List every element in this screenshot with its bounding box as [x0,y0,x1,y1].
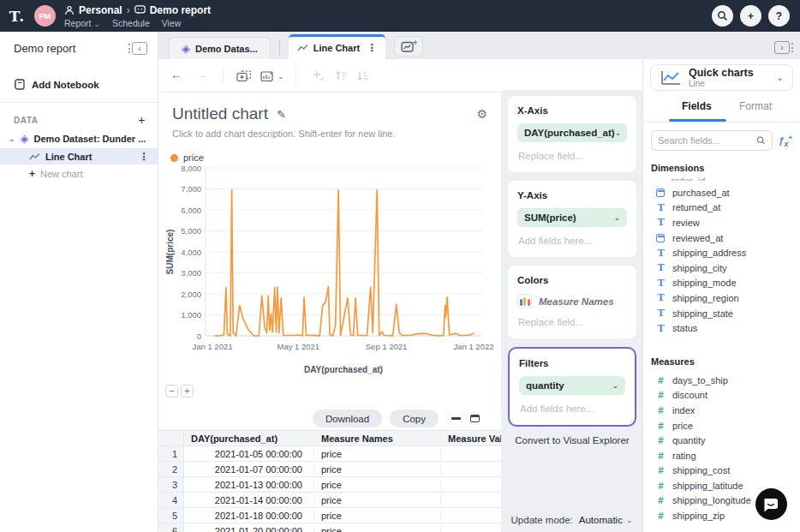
zoom-out-button[interactable]: − [165,385,178,398]
expand-results-icon[interactable] [470,415,480,422]
sort-descending-icon[interactable] [356,70,369,81]
chevron-down-icon[interactable]: ⌄ [278,72,284,81]
copy-button[interactable]: Copy [390,409,439,427]
svg-text:4,000: 4,000 [181,248,201,257]
remove-chart-icon[interactable]: × [260,70,274,82]
chevron-down-icon[interactable]: ⌄ [9,134,15,143]
table-row[interactable]: 42021-01-14 00:00:00price [158,493,501,508]
sidebar-item-new-chart[interactable]: + New chart [0,165,158,182]
breadcrumb-report[interactable]: Demo report [150,4,211,16]
dimension-item[interactable]: Treturned_at [643,200,800,216]
sidebar-dataset-item[interactable]: ⌄ ◈ Demo Dataset: Dunder ... [9,130,151,146]
x-axis-field-pill[interactable]: DAY(purchased_at) ⌄ [517,123,627,142]
colors-field-row[interactable]: Measure Names [517,294,627,308]
minimize-results-icon[interactable] [451,417,461,420]
search-button[interactable] [712,5,733,27]
breadcrumb-workspace[interactable]: Personal [79,4,122,16]
zoom-in-button[interactable]: + [181,385,194,398]
menu-schedule[interactable]: Schedule [112,18,150,28]
x-axis-field: DAY(purchased_at) [524,128,615,138]
add-notebook-button[interactable]: Add Notebook [14,79,144,90]
chart-title[interactable]: Untitled chart [172,105,268,123]
dimension-item[interactable]: purchased_at [643,185,800,200]
table-row[interactable]: 52021-01-18 00:00:00price [158,508,501,523]
filters-placeholder[interactable]: Add fields here... [520,403,625,414]
y-axis-placeholder[interactable]: Add fields here... [518,236,627,246]
measure-item[interactable]: #shipping_cost [643,463,800,479]
chart-description-placeholder[interactable]: Click to add chart description. Shift-en… [172,129,487,139]
dimension-item[interactable]: Tshipping_mode [643,276,800,291]
column-header[interactable]: Measure Names [314,433,441,444]
help-button[interactable]: ? [768,5,790,27]
swap-axis-icon[interactable] [313,70,325,81]
cell-day: 2021-01-07 00:00:00 [184,464,314,475]
chart-settings-icon[interactable]: ⚙ [476,107,487,121]
search-fields-box[interactable] [651,130,773,151]
add-button[interactable]: + [740,5,761,27]
dimension-item[interactable]: Tshipping_region [643,290,800,306]
report-sidebar: Demo report ‹ Add Notebook DATA + ⌄ ◈ De… [0,32,158,532]
line-chart-svg[interactable]: 01,0002,0003,0004,0005,0006,0007,0008,00… [162,163,501,380]
menu-report[interactable]: Report ⌄ [64,18,100,28]
convert-visual-explorer-button[interactable]: Convert to Visual Explorer [508,435,636,445]
item-kebab-icon[interactable]: ⋮ [139,151,149,163]
chat-icon [763,497,779,512]
tab-line-chart[interactable]: Line Chart ⋮ [289,34,385,59]
table-row[interactable]: 22021-01-07 00:00:00price [158,462,501,477]
dimension-item[interactable]: Tshipping_city [643,260,800,276]
update-mode-select[interactable]: Automatic ⌄ [579,515,633,525]
add-to-dashboard-icon[interactable] [236,70,252,82]
row-index: 4 [158,493,184,507]
quick-charts-selector[interactable]: Quick charts Line ⌄ [650,64,793,91]
edit-title-icon[interactable]: ✎ [277,108,286,121]
tab-format[interactable]: Format [739,100,772,112]
measure-item[interactable]: #index [643,403,800,418]
search-fields-input[interactable] [658,135,756,146]
undo-button[interactable]: ← [170,69,182,81]
svg-text:Jan 1 2022: Jan 1 2022 [453,342,493,351]
table-row[interactable]: 32021-01-13 00:00:00price [158,477,501,493]
plus-icon: + [748,10,754,22]
add-formula-icon[interactable]: ƒx+ [779,134,792,148]
dimension-item[interactable]: Tshipping_address [643,245,800,260]
tab-strip: ◈ Demo Datas... Line Chart ⋮ + › [158,32,800,59]
download-button[interactable]: Download [313,409,382,427]
app-logo[interactable]: T. [0,8,34,25]
measure-item[interactable]: #quantity [643,433,800,448]
y-axis-field-pill[interactable]: SUM(price) ⌄ [517,208,627,227]
svg-text:3,000: 3,000 [181,268,201,278]
measure-item[interactable]: #discount [643,388,800,403]
dimension-item[interactable]: Treview [643,215,800,230]
colors-field: Measure Names [539,296,614,307]
menu-view[interactable]: View [162,18,182,28]
column-header[interactable]: Measure Valu [441,433,501,444]
table-row[interactable]: 62021-01-20 00:00:00price [158,523,501,532]
tab-kebab-icon[interactable]: ⋮ [367,42,377,54]
chart-legend[interactable]: price [170,152,501,163]
x-axis-placeholder[interactable]: Replace field... [518,151,627,161]
column-header[interactable]: DAY(purchased_at) [184,433,314,444]
collapse-sidebar-button[interactable]: ‹ [132,42,147,55]
chat-widget-button[interactable] [755,488,787,520]
measure-item[interactable]: #price [643,418,800,433]
redo-button[interactable]: → [196,69,207,81]
new-chart-tab-button[interactable]: + [394,36,423,57]
dimension-item[interactable]: Tshipping_state [643,306,800,321]
expand-panel-button[interactable]: › [774,41,790,54]
colors-placeholder[interactable]: Replace field... [518,317,627,327]
sidebar-item-line-chart[interactable]: Line Chart ⋮ [0,148,158,164]
avatar[interactable]: PM [34,5,56,27]
sort-ascending-icon[interactable] [335,70,348,81]
add-data-button[interactable]: + [138,113,146,127]
dimension-item[interactable]: Tstatus [643,320,800,336]
measure-item[interactable]: #rating [643,448,800,463]
table-row[interactable]: 12021-01-05 00:00:00price [158,446,501,462]
svg-text:8,000: 8,000 [181,164,201,173]
dimension-item[interactable]: reviewed_at [643,230,800,246]
line-chart-icon [29,152,40,161]
measure-item[interactable]: #days_to_ship [643,373,800,388]
filter-field-pill[interactable]: quantity ⌄ [519,376,625,395]
tab-fields[interactable]: Fields [682,100,712,112]
tab-demo-dataset[interactable]: ◈ Demo Datas... [169,37,271,59]
question-icon: ? [776,10,782,22]
